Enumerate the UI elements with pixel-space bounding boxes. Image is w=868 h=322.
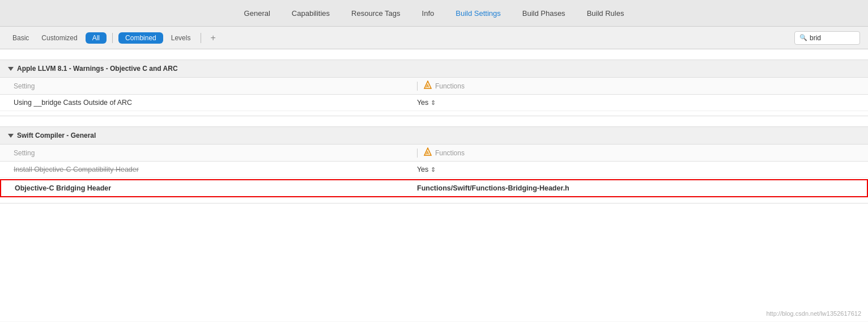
- section-swift-compiler: Swift Compiler - General Setting A Funct…: [0, 126, 868, 204]
- mid-spacer: [0, 116, 868, 126]
- basic-button[interactable]: Basic: [8, 33, 33, 43]
- add-button[interactable]: +: [207, 33, 219, 43]
- search-icon: 🔍: [799, 34, 807, 41]
- setting-value-highlighted: Functions/Swift/Functions-Bridging-Heade…: [417, 184, 569, 192]
- section-header-swift: Swift Compiler - General: [0, 126, 868, 145]
- nav-resource-tags[interactable]: Resource Tags: [349, 2, 402, 24]
- col-divider-2: [417, 149, 418, 158]
- functions-icon-1: A: [423, 80, 432, 91]
- nav-build-phases[interactable]: Build Phases: [520, 2, 568, 24]
- value-text: Yes: [417, 166, 428, 173]
- combined-button[interactable]: Combined: [118, 32, 163, 44]
- section-title-swift: Swift Compiler - General: [17, 132, 96, 139]
- watermark: http://blog.csdn.net/lw1352617612: [766, 310, 861, 317]
- top-nav: General Capabilities Resource Tags Info …: [0, 0, 868, 27]
- stepper-icon-2[interactable]: ⇕: [431, 166, 436, 173]
- all-button[interactable]: All: [86, 32, 107, 44]
- stepper-icon[interactable]: ⇕: [431, 99, 436, 107]
- nav-info[interactable]: Info: [420, 2, 437, 24]
- svg-text:A: A: [426, 84, 429, 88]
- functions-icon-2: A: [423, 147, 432, 158]
- search-box[interactable]: 🔍: [794, 31, 860, 45]
- nav-general[interactable]: General: [242, 2, 273, 24]
- col-divider-1: [417, 82, 418, 91]
- setting-value: Yes ⇕: [417, 166, 436, 173]
- col-header-row-1: Setting A Functions: [0, 78, 868, 95]
- section-apple-llvm: Apple LLVM 8.1 - Warnings - Objective C …: [0, 60, 868, 116]
- toolbar: Basic Customized All Combined Levels + 🔍: [0, 27, 868, 49]
- nav-build-settings[interactable]: Build Settings: [453, 2, 503, 24]
- collapse-triangle-2[interactable]: [8, 134, 14, 138]
- levels-button[interactable]: Levels: [167, 33, 195, 43]
- setting-name: Install Objective-C Compatibility Header: [8, 166, 417, 173]
- table-row: Using __bridge Casts Outside of ARC Yes …: [0, 95, 868, 111]
- main-content: Apple LLVM 8.1 - Warnings - Objective C …: [0, 49, 868, 321]
- top-spacer: [0, 49, 868, 60]
- col-setting-label-2: Setting: [8, 149, 417, 157]
- customized-button[interactable]: Customized: [37, 33, 82, 43]
- table-row: Install Objective-C Compatibility Header…: [0, 162, 868, 178]
- table-row-highlighted[interactable]: Objective-C Bridging Header Functions/Sw…: [0, 179, 868, 197]
- bottom-spacer: [0, 204, 868, 214]
- col-header-row-2: Setting A Functions: [0, 145, 868, 162]
- collapse-triangle[interactable]: [8, 67, 14, 71]
- value-text-highlighted: Functions/Swift/Functions-Bridging-Heade…: [417, 184, 569, 192]
- section-header-apple-llvm: Apple LLVM 8.1 - Warnings - Objective C …: [0, 60, 868, 78]
- search-input[interactable]: [810, 34, 855, 42]
- col-functions-label-2: A Functions: [423, 147, 465, 158]
- nav-build-rules[interactable]: Build Rules: [585, 2, 627, 24]
- toolbar-separator: [112, 33, 113, 43]
- setting-name: Using __bridge Casts Outside of ARC: [8, 99, 417, 107]
- setting-value: Yes ⇕: [417, 99, 436, 107]
- col-functions-label-1: A Functions: [423, 80, 465, 91]
- setting-name-highlighted: Objective-C Bridging Header: [9, 184, 417, 192]
- value-text: Yes: [417, 99, 428, 107]
- svg-text:A: A: [426, 151, 429, 155]
- col-setting-label-1: Setting: [8, 82, 417, 90]
- toolbar-separator-2: [201, 33, 201, 43]
- section-title-apple-llvm: Apple LLVM 8.1 - Warnings - Objective C …: [17, 65, 178, 73]
- nav-capabilities[interactable]: Capabilities: [290, 2, 332, 24]
